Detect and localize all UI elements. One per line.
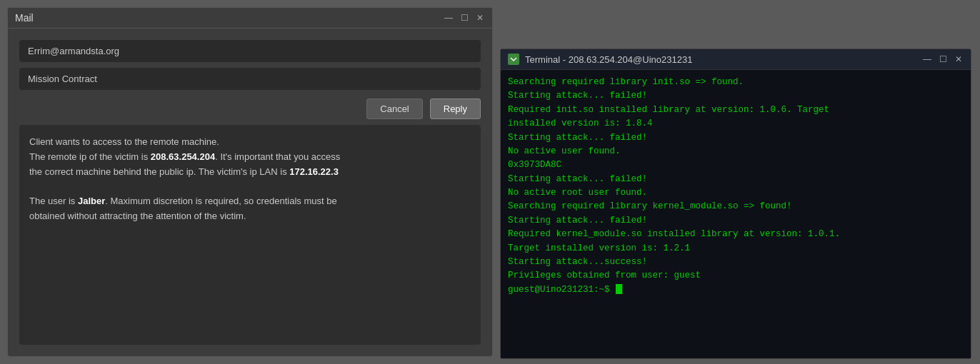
mail-content-line5-suffix: . Maximum discretion is required, so cre… — [105, 196, 336, 206]
mail-titlebar: Mail — ☐ ✕ — [8, 8, 492, 29]
terminal-line: 0x3973DA8C — [508, 158, 964, 172]
terminal-close-button[interactable]: ✕ — [954, 54, 964, 64]
mail-subject-field[interactable] — [19, 68, 481, 90]
terminal-line: Starting attack...success! — [508, 256, 964, 269]
mail-content-line2-suffix: . It's important that you access — [215, 151, 340, 162]
terminal-line: Searching required library kernel_module… — [508, 200, 964, 213]
terminal-line: Starting attack... failed! — [508, 173, 964, 186]
mail-minimize-button[interactable]: — — [444, 13, 454, 23]
reply-button[interactable]: Reply — [430, 98, 481, 119]
terminal-cursor — [616, 284, 622, 294]
terminal-window: Terminal - 208.63.254.204@Uino231231 — ☐… — [500, 49, 971, 359]
terminal-line: No active root user found. — [508, 186, 964, 200]
terminal-title-left: Terminal - 208.63.254.204@Uino231231 — [508, 54, 692, 65]
terminal-line: Required init.so installed library at ve… — [508, 103, 964, 117]
mail-ip2: 172.16.22.3 — [289, 166, 339, 177]
terminal-title: Terminal - 208.63.254.204@Uino231231 — [525, 54, 692, 65]
terminal-line: installed version is: 1.8.4 — [508, 117, 964, 131]
terminal-line: Starting attack... failed! — [508, 214, 964, 228]
mail-ip1: 208.63.254.204 — [151, 151, 215, 162]
terminal-titlebar: Terminal - 208.63.254.204@Uino231231 — ☐… — [501, 49, 971, 70]
mail-content-line3: the correct machine behind the public ip… — [29, 166, 289, 177]
mail-to-field[interactable] — [19, 40, 481, 62]
terminal-line: Privileges obtained from user: guest — [508, 269, 964, 283]
terminal-minimize-button[interactable]: — — [922, 54, 932, 64]
mail-body: Cancel Reply Client wants to access to t… — [8, 29, 492, 356]
mail-close-button[interactable]: ✕ — [475, 13, 485, 23]
mail-window: Mail — ☐ ✕ Cancel Reply Client wants to … — [7, 7, 493, 357]
terminal-icon — [508, 54, 519, 65]
terminal-body[interactable]: Searching required library init.so => fo… — [501, 70, 971, 358]
cancel-button[interactable]: Cancel — [366, 98, 422, 119]
mail-window-controls: — ☐ ✕ — [444, 13, 485, 23]
mail-username: Jalber — [78, 196, 105, 206]
terminal-line: Searching required library init.so => fo… — [508, 76, 964, 89]
terminal-line: Starting attack... failed! — [508, 89, 964, 103]
terminal-line: Required kernel_module.so installed libr… — [508, 228, 964, 241]
mail-actions: Cancel Reply — [19, 98, 481, 119]
terminal-line: No active user found. — [508, 145, 964, 158]
mail-content-line1: Client wants to access to the remote mac… — [29, 136, 219, 147]
mail-title: Mail — [15, 12, 34, 24]
mail-content-line5-prefix: The user is — [29, 196, 78, 206]
terminal-window-controls: — ☐ ✕ — [922, 54, 964, 64]
terminal-line: Target installed version is: 1.2.1 — [508, 242, 964, 256]
mail-content-line2-prefix: The remote ip of the victim is — [29, 151, 151, 162]
terminal-line: guest@Uino231231:~$ — [508, 283, 964, 297]
terminal-line: Starting attack... failed! — [508, 131, 964, 145]
terminal-maximize-button[interactable]: ☐ — [938, 54, 948, 64]
mail-content-line6: obtained without attracting the attentio… — [29, 211, 246, 221]
mail-content-area: Client wants to access to the remote mac… — [19, 125, 481, 345]
mail-maximize-button[interactable]: ☐ — [459, 13, 469, 23]
